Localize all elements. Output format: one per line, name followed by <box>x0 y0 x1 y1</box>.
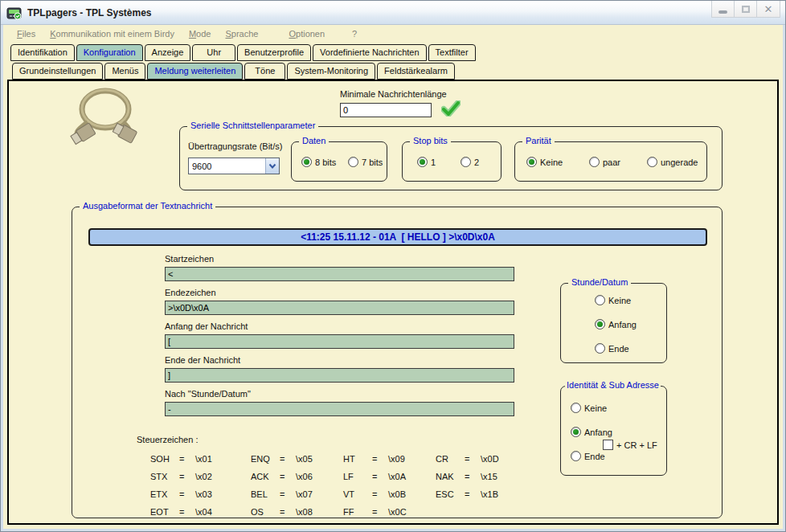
min-length-input[interactable] <box>340 103 432 117</box>
minimize-icon <box>718 10 727 14</box>
radio-identity-anfang[interactable]: Anfang <box>571 427 612 437</box>
control-char-entry: ACK=\x06 <box>251 468 328 485</box>
radio-button[interactable] <box>461 157 471 167</box>
radio-button[interactable] <box>647 157 657 167</box>
cc-name: LF <box>343 472 372 481</box>
tab-anzeige[interactable]: Anzeige <box>145 44 191 61</box>
endezeichen-input[interactable] <box>165 301 514 315</box>
radio-label: Keine <box>584 403 607 413</box>
radio-label: 8 bits <box>315 158 336 167</box>
radio-button[interactable] <box>595 343 605 354</box>
output-format-group: Ausgabeformat der Textnachricht <11:25 1… <box>72 207 723 518</box>
radio-button[interactable] <box>571 427 581 437</box>
radio-stop-1[interactable]: 1 <box>417 157 436 167</box>
cc-name: EOT <box>150 507 179 517</box>
radio-button[interactable] <box>348 157 358 167</box>
radio-identity-ende[interactable]: Ende <box>571 451 605 461</box>
cc-name: ENQ <box>251 454 280 464</box>
maximize-button[interactable] <box>735 1 757 17</box>
radio-identity-keine[interactable]: Keine <box>571 403 607 413</box>
tab-uhr[interactable]: Uhr <box>192 44 235 61</box>
cc-value: \x05 <box>296 454 328 464</box>
radio-button[interactable] <box>417 157 428 167</box>
menubar: Files Kommunikation mit einem Birdy Mode… <box>3 25 783 43</box>
radio-button[interactable] <box>301 157 312 167</box>
radio-hourdate-anfang[interactable]: Anfang <box>595 319 637 329</box>
identity-subaddress-legend: Identität & Sub Adresse <box>565 380 661 390</box>
radio-button[interactable] <box>595 295 605 305</box>
close-button[interactable]: ✕ <box>757 1 780 17</box>
maximize-icon <box>742 6 750 13</box>
menu-kommunikation[interactable]: Kommunikation mit einem Birdy <box>43 27 182 40</box>
cc-eq: = <box>372 489 388 499</box>
nach-stunde-datum-input[interactable] <box>165 402 514 416</box>
tab-meldung-weiterleiten[interactable]: Meldung weiterleiten <box>147 63 243 80</box>
dropdown-button[interactable] <box>265 158 279 174</box>
checkbox[interactable] <box>603 440 613 450</box>
menu-help[interactable]: ? <box>345 27 364 40</box>
tab-identifikation[interactable]: Identifikation <box>10 44 75 61</box>
control-char-column: HT=\x09 LF=\x0A VT=\x0B FF=\x0C <box>343 450 420 521</box>
checkbox-cr-lf[interactable]: + CR + LF <box>603 440 657 450</box>
tab-vordefinierte-nachrichten[interactable]: Vordefinierte Nachrichten <box>313 44 427 61</box>
tab-benutzerprofile[interactable]: Benutzerprofile <box>237 44 311 61</box>
baud-rate-select[interactable]: 9600 <box>188 158 280 174</box>
control-char-entry: NAK=\x15 <box>436 468 513 485</box>
tab-feldstaerkealarm[interactable]: Feldstärkealarm <box>377 63 455 80</box>
control-char-column: SOH=\x01 STX=\x02 ETX=\x03 EOT=\x04 <box>150 450 227 521</box>
radio-button[interactable] <box>571 451 581 461</box>
menu-optionen[interactable]: Optionen <box>281 27 332 40</box>
ende-nachricht-input[interactable] <box>165 368 514 383</box>
radio-8-bits[interactable]: 8 bits <box>301 157 336 167</box>
radio-button[interactable] <box>589 157 600 167</box>
radio-parity-ungerade[interactable]: ungerade <box>647 157 698 167</box>
cc-eq: = <box>465 489 481 499</box>
radio-stop-2[interactable]: 2 <box>461 157 479 167</box>
radio-label: Keine <box>608 296 631 305</box>
radio-button[interactable] <box>526 157 537 167</box>
cc-value: \x01 <box>195 454 227 464</box>
identity-subaddress-group: Identität & Sub Adresse Keine Anfang End… <box>560 386 667 476</box>
radio-hourdate-keine[interactable]: Keine <box>595 295 631 305</box>
secondary-tabs: Grundeinstellungen Menüs Meldung weiterl… <box>3 62 783 80</box>
data-bits-legend: Daten <box>299 136 329 145</box>
cc-name: SOH <box>150 454 179 464</box>
radio-parity-paar[interactable]: paar <box>589 157 620 167</box>
menu-mode[interactable]: Mode <box>182 27 219 40</box>
tab-toene[interactable]: Töne <box>244 63 285 80</box>
radio-label: Anfang <box>608 320 637 329</box>
tab-system-monitoring[interactable]: System-Monitoring <box>287 63 375 80</box>
tab-menus[interactable]: Menüs <box>104 63 145 80</box>
tab-konfiguration[interactable]: Konfiguration <box>76 44 143 61</box>
anfang-nachricht-input[interactable] <box>165 334 514 349</box>
startzeichen-input[interactable] <box>165 267 514 281</box>
radio-button[interactable] <box>571 403 581 413</box>
titlebar: TPLpagers - TPL Systèmes ✕ <box>1 1 785 25</box>
radio-7-bits[interactable]: 7 bits <box>348 157 383 167</box>
radio-label: ungerade <box>661 158 698 167</box>
cc-eq: = <box>179 454 195 464</box>
cc-eq: = <box>280 489 296 499</box>
cc-eq: = <box>179 507 195 517</box>
radio-parity-keine[interactable]: Keine <box>526 157 563 167</box>
radio-button[interactable] <box>595 319 605 329</box>
control-char-entry: FF=\x0C <box>343 503 420 521</box>
tab-textfilter[interactable]: Textfilter <box>428 44 476 61</box>
cc-eq: = <box>372 507 388 517</box>
menu-files[interactable]: Files <box>10 27 43 40</box>
cc-name: NAK <box>436 472 465 481</box>
radio-hourdate-ende[interactable]: Ende <box>595 343 629 354</box>
control-char-entry: HT=\x09 <box>343 450 420 468</box>
control-char-column: CR=\x0D NAK=\x15 ESC=\x1B <box>436 450 513 503</box>
menu-sprache[interactable]: Sprache <box>218 27 265 40</box>
minimize-button[interactable] <box>712 1 735 17</box>
control-char-entry: LF=\x0A <box>343 468 420 485</box>
tab-grundeinstellungen[interactable]: Grundeinstellungen <box>12 63 103 80</box>
parity-group: Parität Keine paar ungerade <box>514 141 707 182</box>
cc-name: OS <box>251 507 280 517</box>
radio-label: 7 bits <box>362 158 383 167</box>
startzeichen-label: Startzeichen <box>165 254 214 264</box>
cc-eq: = <box>372 472 388 481</box>
cc-value: \x0D <box>481 454 513 464</box>
checkbox-label: + CR + LF <box>616 440 657 450</box>
